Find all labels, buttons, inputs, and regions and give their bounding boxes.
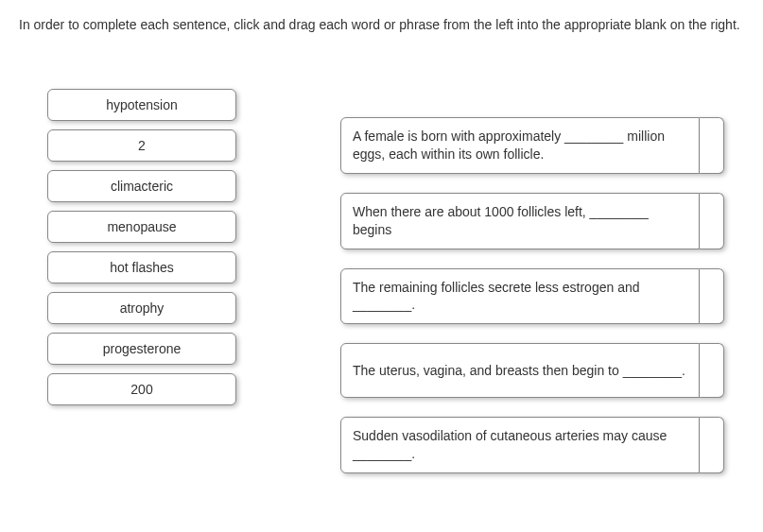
draggable-word[interactable]: progesterone bbox=[47, 333, 236, 365]
sentence-row: The remaining follicles secrete less est… bbox=[340, 268, 737, 325]
draggable-word[interactable]: menopause bbox=[47, 211, 236, 243]
draggable-word[interactable]: climacteric bbox=[47, 170, 236, 202]
sentence-box: A female is born with approximately ____… bbox=[340, 117, 700, 174]
sentence-text: Sudden vasodilation of cutaneous arterie… bbox=[353, 427, 687, 463]
sentence-box: When there are about 1000 follicles left… bbox=[340, 193, 700, 249]
sentence-text: A female is born with approximately ____… bbox=[353, 128, 687, 163]
sentence-text: When there are about 1000 follicles left… bbox=[353, 203, 687, 239]
draggable-word[interactable]: hypotension bbox=[47, 89, 236, 121]
drop-target[interactable] bbox=[700, 117, 724, 174]
drop-target[interactable] bbox=[700, 417, 724, 473]
sentence-text: The remaining follicles secrete less est… bbox=[353, 279, 687, 315]
sentence-row: The uterus, vagina, and breasts then beg… bbox=[340, 343, 737, 398]
draggable-word[interactable]: 2 bbox=[47, 129, 236, 162]
drop-target[interactable] bbox=[700, 193, 724, 249]
instruction-text: In order to complete each sentence, clic… bbox=[19, 17, 744, 32]
word-bank: hypotension 2 climacteric menopause hot … bbox=[47, 89, 236, 473]
draggable-word[interactable]: hot flashes bbox=[47, 251, 236, 283]
sentence-box: The remaining follicles secrete less est… bbox=[340, 268, 700, 325]
sentence-row: When there are about 1000 follicles left… bbox=[340, 193, 737, 249]
sentence-box: Sudden vasodilation of cutaneous arterie… bbox=[340, 417, 700, 473]
drop-target[interactable] bbox=[700, 343, 724, 398]
draggable-word[interactable]: 200 bbox=[47, 373, 236, 405]
sentence-row: Sudden vasodilation of cutaneous arterie… bbox=[340, 417, 737, 473]
drop-target[interactable] bbox=[700, 268, 724, 325]
sentence-text: The uterus, vagina, and breasts then beg… bbox=[353, 362, 685, 380]
sentence-list: A female is born with approximately ____… bbox=[340, 117, 737, 473]
exercise-container: hypotension 2 climacteric menopause hot … bbox=[19, 89, 744, 473]
sentence-box: The uterus, vagina, and breasts then beg… bbox=[340, 343, 700, 398]
draggable-word[interactable]: atrophy bbox=[47, 292, 236, 324]
sentence-row: A female is born with approximately ____… bbox=[340, 117, 737, 174]
